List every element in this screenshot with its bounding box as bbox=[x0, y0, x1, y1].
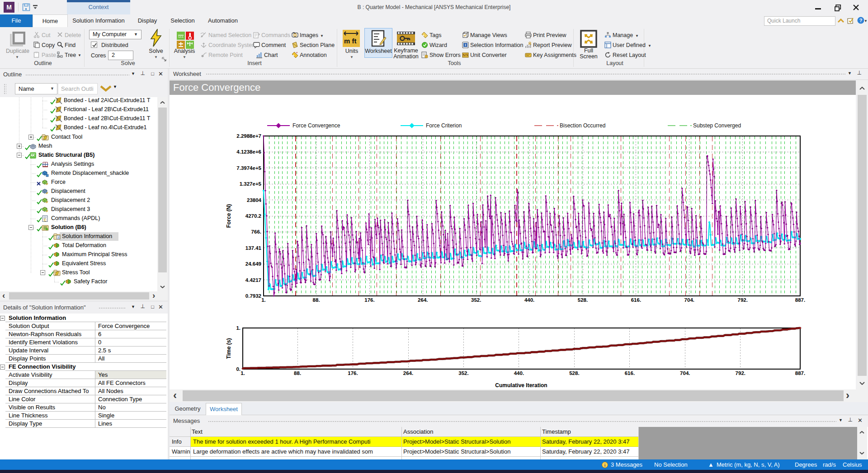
svg-text:m ft: m ft bbox=[344, 37, 357, 45]
svg-text:24.649: 24.649 bbox=[245, 261, 261, 267]
svg-text:Time (s): Time (s) bbox=[226, 338, 232, 359]
svg-text:i: i bbox=[465, 43, 466, 47]
svg-text:704.: 704. bbox=[684, 297, 694, 303]
svg-text:88.: 88. bbox=[313, 297, 320, 303]
svg-text:1.: 1. bbox=[241, 370, 245, 376]
svg-text:616.: 616. bbox=[631, 297, 641, 303]
svg-text:264.: 264. bbox=[418, 297, 428, 303]
svg-text:Force (N): Force (N) bbox=[226, 204, 232, 228]
svg-text:Force Criterion: Force Criterion bbox=[426, 122, 462, 129]
svg-text:0.: 0. bbox=[236, 366, 241, 372]
svg-text:264.: 264. bbox=[403, 370, 413, 376]
svg-text:792.: 792. bbox=[738, 297, 748, 303]
svg-text:2.2988e+7: 2.2988e+7 bbox=[236, 133, 261, 139]
svg-text:176.: 176. bbox=[364, 297, 374, 303]
svg-text:1.: 1. bbox=[236, 325, 241, 331]
svg-text:7.3974e+5: 7.3974e+5 bbox=[236, 165, 261, 171]
svg-text:704.: 704. bbox=[680, 370, 690, 376]
svg-text:176.: 176. bbox=[348, 370, 358, 376]
svg-text:440.: 440. bbox=[524, 297, 534, 303]
svg-text:528.: 528. bbox=[569, 370, 579, 376]
svg-text:137.41: 137.41 bbox=[245, 245, 262, 251]
svg-text:4.1238e+6: 4.1238e+6 bbox=[236, 149, 261, 155]
svg-text:440.: 440. bbox=[514, 370, 524, 376]
svg-text:Bisection Occurred: Bisection Occurred bbox=[560, 122, 605, 129]
svg-text:23804: 23804 bbox=[247, 197, 262, 203]
svg-text:352.: 352. bbox=[471, 297, 481, 303]
svg-text:4.4217: 4.4217 bbox=[245, 277, 261, 283]
svg-text:88.: 88. bbox=[294, 370, 301, 376]
svg-text:!: ! bbox=[426, 55, 427, 58]
svg-text:4270.2: 4270.2 bbox=[245, 213, 261, 219]
svg-text:?: ? bbox=[859, 18, 863, 23]
svg-text:Force Convergence: Force Convergence bbox=[292, 122, 340, 129]
svg-text:528.: 528. bbox=[578, 297, 588, 303]
svg-text:1.327e+5: 1.327e+5 bbox=[240, 181, 262, 187]
svg-text:Substep Converged: Substep Converged bbox=[693, 122, 741, 129]
svg-text:616.: 616. bbox=[625, 370, 635, 376]
svg-text:887.: 887. bbox=[795, 297, 805, 303]
svg-text:766.: 766. bbox=[251, 229, 261, 234]
svg-text:Cumulative Iteration: Cumulative Iteration bbox=[495, 382, 547, 389]
svg-text:0.7932: 0.7932 bbox=[245, 293, 261, 299]
svg-text:1.: 1. bbox=[261, 297, 266, 303]
svg-text:792.: 792. bbox=[736, 370, 745, 376]
svg-text:887.: 887. bbox=[795, 370, 805, 376]
svg-text:i: i bbox=[604, 463, 606, 468]
svg-text:352.: 352. bbox=[458, 370, 468, 376]
